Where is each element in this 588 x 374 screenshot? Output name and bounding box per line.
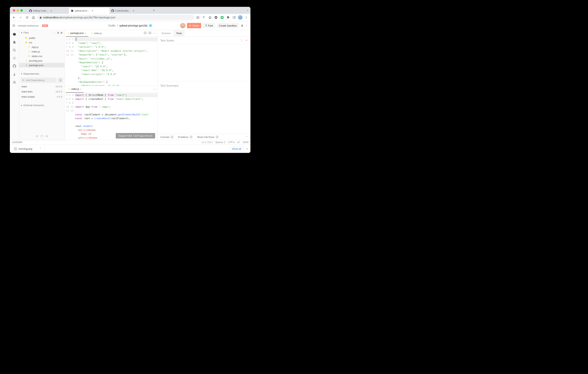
download-item[interactable]: morning.png ⌃ [12, 147, 43, 151]
folder-public[interactable]: 📁public [19, 36, 65, 40]
breadcrumb-root[interactable]: Drafts [108, 24, 115, 27]
dependency-row[interactable]: react-scripts4.0.0 [19, 94, 65, 99]
svg-line-13 [15, 51, 16, 52]
tab-devtools[interactable]: React DevTools [197, 136, 219, 139]
more-menu-icon[interactable] [245, 24, 248, 27]
extension-icon[interactable] [219, 15, 225, 20]
play-icon[interactable] [245, 39, 248, 42]
dependency-row[interactable]: react18.0.0 [19, 84, 65, 89]
tab-console[interactable]: Console [160, 136, 174, 139]
indent-status[interactable]: Spaces: 2 [215, 141, 225, 144]
file-stylescss[interactable]: #styles.css [19, 54, 65, 58]
close-shelf-icon[interactable]: × [246, 147, 248, 150]
bookmark-icon[interactable] [207, 15, 212, 20]
dep-menu-icon[interactable]: ☰ [58, 77, 63, 83]
settings-icon[interactable] [12, 56, 16, 60]
folder-src[interactable]: 📁src [19, 40, 65, 45]
github-icon[interactable] [12, 64, 16, 68]
language-status[interactable]: JSON [242, 141, 249, 144]
deploy-icon[interactable] [12, 72, 16, 76]
chevron-up-icon[interactable]: ⌃ [39, 147, 42, 150]
new-folder-icon[interactable] [60, 32, 63, 34]
browser-tab[interactable]: upbeat-jennings-goc2ds - Coc × [69, 8, 109, 14]
download-icon[interactable]: ↓ [52, 32, 54, 34]
menu-icon[interactable] [12, 24, 16, 27]
username[interactable]: michael-andreuzza [18, 24, 39, 27]
editor-tab-package[interactable]: {}package.json× [66, 30, 88, 37]
explorer-icon[interactable] [12, 32, 16, 36]
file-appjs[interactable]: JSApp.js [19, 45, 65, 49]
fork-button[interactable]: Fork [203, 23, 215, 28]
panel-title: Files [23, 31, 51, 34]
files-panel-header[interactable]: ▾ Files ↓ ↑ [19, 30, 65, 35]
reload-button[interactable] [24, 15, 30, 20]
install-app-icon[interactable] [195, 15, 200, 20]
tab-browser[interactable]: Browser [159, 30, 174, 36]
breadcrumb-slug[interactable]: upbeat-jennings-goc2ds [119, 24, 147, 27]
editor-pane-index[interactable]: 1 2 3 4 5 6 7 8 9 10 11 12 13 import { S… [65, 92, 158, 140]
file-jsconfig[interactable]: {}jsconfig.json [19, 58, 65, 63]
forward-button[interactable] [18, 15, 23, 20]
refresh-icon[interactable] [240, 39, 243, 42]
close-icon[interactable]: × [85, 32, 86, 35]
home-button[interactable] [31, 15, 36, 20]
chevron-up-icon[interactable]: ⌃ [246, 136, 248, 139]
share-button[interactable]: Share [187, 23, 201, 28]
file-package[interactable]: npackage.json [19, 63, 65, 67]
editor-tab-index[interactable]: JSindex.js [89, 30, 104, 36]
github-icon[interactable] [40, 135, 43, 138]
new-file-icon[interactable] [57, 32, 59, 34]
cursor-position[interactable]: Ln 1, Col 1 [202, 141, 213, 144]
minimize-window[interactable] [17, 9, 19, 11]
share-icon[interactable] [201, 15, 207, 20]
split-down-icon[interactable] [148, 32, 151, 35]
supported-config-button[interactable]: Supported Configuration [116, 133, 155, 139]
create-sandbox-button[interactable]: Create Sandbox [217, 23, 239, 28]
external-resources-header[interactable]: ▸ External resources [19, 103, 65, 108]
split-right-icon[interactable] [144, 32, 147, 35]
more-icon[interactable]: ⋯ [153, 87, 156, 91]
twitter-icon[interactable] [35, 135, 38, 138]
extension-icon[interactable] [213, 15, 219, 20]
image-icon [14, 147, 17, 150]
discord-icon[interactable] [45, 135, 48, 138]
search-icon[interactable] [12, 48, 16, 52]
bell-icon[interactable] [241, 24, 244, 27]
close-tab-icon[interactable]: × [51, 9, 67, 12]
close-icon[interactable]: × [80, 88, 82, 91]
tab-list-button[interactable] [246, 9, 249, 12]
eol-status[interactable]: LF [237, 141, 240, 144]
editor-pane-package[interactable]: 1 2 3 4 5 6 7 8 9 10 11 12 13 { "name": … [65, 37, 158, 86]
encoding-status[interactable]: UTF-8 [228, 141, 234, 144]
commit-hash[interactable]: c26305f96 [12, 141, 22, 144]
upload-icon[interactable]: ↑ [55, 32, 56, 34]
file-tree: 📁public 📁src JSApp.js JSindex.js #styles… [19, 35, 65, 68]
chevron-down-icon: ▾ [21, 72, 22, 75]
browser-menu-icon[interactable] [244, 15, 249, 20]
deps-panel-header[interactable]: ▾ Dependencies [19, 71, 65, 76]
new-tab-button[interactable]: + [151, 8, 157, 13]
close-tab-icon[interactable]: × [133, 9, 149, 12]
close-window[interactable] [13, 9, 15, 11]
address-bar[interactable]: codesandbox.io/s/upbeat-jennings-goc2ds?… [37, 15, 194, 20]
browser-tab[interactable]: Editing CodeSandobx/README × [27, 8, 69, 14]
file-icon[interactable] [12, 40, 16, 44]
close-tab-icon[interactable]: × [92, 9, 108, 12]
add-dependency-input[interactable]: Add Dependency [21, 77, 57, 83]
editor-tab-index2[interactable]: JSindex.js× [66, 86, 84, 93]
more-icon[interactable]: ⋯ [153, 32, 156, 35]
sidepanel-icon[interactable] [231, 15, 237, 20]
live-icon[interactable] [12, 80, 16, 84]
maximize-window[interactable] [21, 9, 23, 11]
svg-point-16 [15, 81, 16, 82]
browser-tab[interactable]: CodeSandbox/README.md at r × [109, 8, 151, 14]
user-avatar[interactable] [180, 23, 185, 28]
show-all-downloads[interactable]: Show all [230, 146, 243, 151]
tab-tests[interactable]: Tests [174, 30, 185, 36]
file-indexjs[interactable]: JSindex.js [19, 49, 65, 54]
profile-avatar[interactable] [238, 15, 243, 20]
extensions-menu-icon[interactable] [225, 15, 231, 20]
dependency-row[interactable]: react-dom18.0.0 [19, 89, 65, 94]
back-button[interactable] [11, 15, 17, 20]
tab-problems[interactable]: Problems [178, 136, 193, 139]
